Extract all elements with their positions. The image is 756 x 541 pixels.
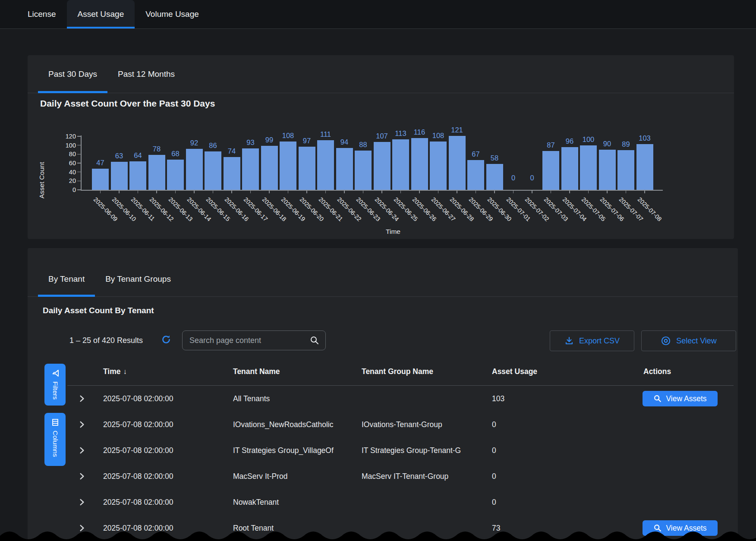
x-tick (476, 190, 476, 193)
column-header-asset-usage[interactable]: Asset Usage (492, 367, 537, 376)
bar-value-label: 0 (519, 174, 545, 182)
y-tick (77, 163, 81, 164)
chart-bar (392, 139, 409, 190)
x-tick (551, 190, 551, 193)
y-tick (77, 172, 81, 173)
x-tick (231, 190, 232, 193)
row-expand-button[interactable] (76, 386, 88, 412)
chart-bar (261, 146, 278, 190)
tab-volume-usage[interactable]: Volume Usage (135, 0, 210, 28)
x-tick (438, 190, 439, 193)
y-tick-label: 0 (45, 186, 76, 194)
x-tick (175, 190, 176, 193)
y-tick-label: 60 (45, 159, 76, 167)
chart-title: Daily Asset Count Over the Past 30 Days (40, 98, 215, 109)
chart-bar (374, 142, 391, 190)
refresh-button[interactable] (161, 334, 172, 346)
chart-bar (148, 155, 165, 190)
chart-bar (449, 136, 466, 190)
eye-icon (661, 336, 671, 346)
table-title: Daily Asset Count By Tenant (43, 306, 154, 315)
results-count: 1 – 25 of 420 Results (69, 336, 143, 345)
search-icon[interactable] (310, 336, 319, 345)
chart-range-tabs: Past 30 Days Past 12 Months (28, 55, 734, 93)
x-tick (306, 190, 307, 193)
y-tick (77, 181, 81, 182)
table-row: 2025-07-08 02:00:00IT Strategies Group_V… (28, 437, 738, 463)
expand-chevron-icon (78, 446, 86, 455)
tenant-tabs: By Tenant By Tenant Groups (28, 248, 738, 297)
view-assets-label: View Assets (666, 394, 706, 403)
export-csv-button[interactable]: Export CSV (550, 330, 634, 351)
x-tick (626, 190, 627, 193)
x-tick (269, 190, 270, 193)
time-cell: 2025-07-08 02:00:00 (103, 463, 228, 489)
search-box (182, 330, 326, 350)
time-cell: 2025-07-08 02:00:00 (103, 437, 228, 463)
column-header-tenant-name[interactable]: Tenant Name (233, 367, 280, 376)
chart-bar (580, 145, 597, 190)
bar-value-label: 68 (163, 150, 189, 158)
daily-asset-count-chart: 020406080100120472025-06-09632025-06-106… (28, 125, 734, 239)
top-tabs: License Asset Usage Volume Usage (17, 0, 210, 28)
tenant-name-cell: NowakTenant (233, 489, 355, 515)
expand-chevron-icon (78, 420, 86, 429)
y-axis-title: Asset Count (38, 134, 46, 198)
tab-past-12-months[interactable]: Past 12 Months (107, 55, 185, 93)
top-tab-bar: License Asset Usage Volume Usage (0, 0, 756, 29)
time-cell: 2025-07-08 02:00:00 (103, 386, 228, 412)
tenant-name-cell: All Tenants (233, 386, 355, 412)
chart-bar (355, 151, 372, 190)
tab-license[interactable]: License (17, 0, 67, 28)
tenant-name-cell: MacServ It-Prod (233, 463, 355, 489)
row-expand-button[interactable] (76, 463, 88, 489)
chart-bar (430, 142, 447, 190)
column-header-actions: Actions (643, 367, 671, 376)
tab-asset-usage[interactable]: Asset Usage (67, 0, 135, 28)
table-row: 2025-07-08 02:00:00IOvations_NewRoadsCat… (28, 412, 738, 437)
select-view-button[interactable]: Select View (641, 330, 736, 351)
tenant-group-cell (362, 386, 488, 412)
table-row: 2025-07-08 02:00:00NowakTenant0 (28, 489, 738, 515)
bar-value-label: 58 (482, 154, 507, 162)
table-header: Time↓ Tenant Name Tenant Group Name Asse… (28, 367, 738, 376)
column-header-tenant-group-name[interactable]: Tenant Group Name (362, 367, 433, 376)
bar-value-label: 103 (632, 134, 658, 142)
row-expand-button[interactable] (76, 437, 88, 463)
column-header-time[interactable]: Time↓ (103, 367, 127, 376)
x-tick (607, 190, 608, 193)
bar-value-label: 111 (313, 130, 339, 138)
chart-bar (205, 151, 221, 190)
table-row: 2025-07-08 02:00:00All Tenants103View As… (28, 386, 738, 412)
x-tick (363, 190, 364, 193)
chart-bar (411, 138, 428, 190)
tenant-group-cell (362, 489, 488, 515)
x-axis-title: Time (367, 228, 419, 236)
view-assets-button[interactable]: View Assets (643, 391, 718, 406)
search-input[interactable] (183, 336, 310, 345)
chart-bar (224, 157, 240, 190)
bar-value-label: 88 (350, 141, 376, 149)
x-tick (119, 190, 120, 193)
chart-bar (280, 142, 296, 190)
tab-by-tenant[interactable]: By Tenant (38, 262, 95, 296)
chart-bar (599, 150, 616, 190)
tenant-table-card: By Tenant By Tenant Groups Daily Asset C… (28, 248, 738, 541)
x-tick (156, 190, 157, 193)
y-tick (77, 145, 81, 146)
row-expand-button[interactable] (76, 489, 88, 515)
tab-past-30-days[interactable]: Past 30 Days (38, 55, 107, 93)
chart-bar (111, 162, 128, 190)
bar-value-label: 121 (444, 126, 470, 134)
x-tick (194, 190, 195, 193)
tab-by-tenant-groups[interactable]: By Tenant Groups (95, 262, 181, 296)
x-tick (419, 190, 420, 193)
asset-usage-chart-card: Past 30 Days Past 12 Months Daily Asset … (28, 55, 734, 239)
chart-bar (636, 144, 653, 190)
torn-bottom-edge (0, 530, 756, 541)
x-tick (644, 190, 645, 193)
row-expand-button[interactable] (76, 412, 88, 437)
x-tick (457, 190, 457, 193)
refresh-icon (161, 334, 171, 345)
x-tick (344, 190, 345, 193)
